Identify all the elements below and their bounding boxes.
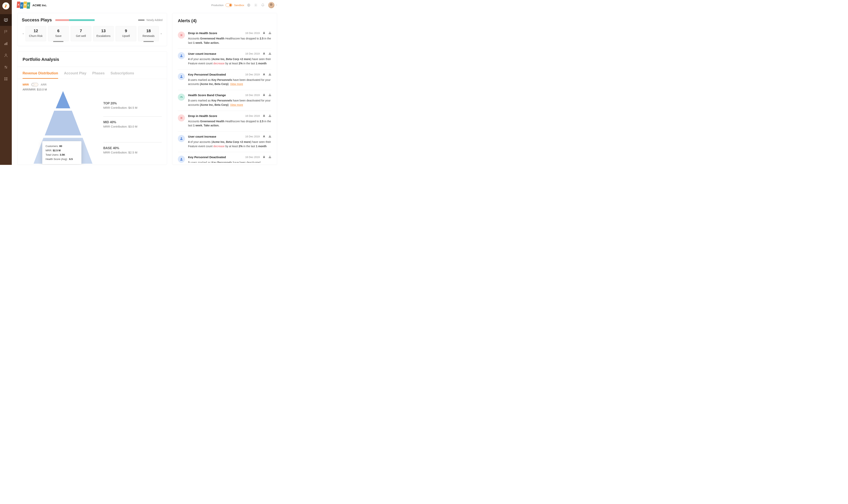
nav-user[interactable]	[0, 50, 12, 61]
tier-name: MID 40%	[103, 121, 162, 124]
alert-date: 16 Dec 2019	[245, 114, 260, 118]
alert-title: Drop in Health Score	[188, 31, 217, 35]
font-icon[interactable]	[263, 73, 266, 76]
alert-title: User count increase	[188, 52, 216, 55]
avatar	[268, 2, 274, 8]
success-play-tile[interactable]: 18Renewals	[138, 26, 159, 41]
tier-row: BASE 40%MRR Contribution: $2.5 M	[103, 143, 162, 165]
font-icon[interactable]	[263, 52, 266, 56]
portfolio-tab[interactable]: Revenue Distribution	[22, 71, 58, 79]
tile-label: Save	[55, 34, 61, 37]
portfolio-tab[interactable]: Subscriptions	[110, 71, 134, 79]
success-play-tile[interactable]: 7Get well	[71, 26, 91, 41]
mode-toggle[interactable]	[31, 83, 38, 86]
mode-arr-label[interactable]: ARR	[41, 83, 47, 86]
alert-list: Drop in Health Score 16 Dec 2019 Account…	[178, 28, 271, 163]
env-production-label[interactable]: Production	[212, 4, 223, 7]
nav-dashboard[interactable]	[0, 14, 12, 26]
success-play-tile[interactable]: 12Churn Risk	[25, 26, 46, 41]
alert-title: Drop in Health Score	[188, 114, 217, 118]
success-play-tile[interactable]: 13Escalations	[93, 26, 114, 41]
alert-type-icon	[178, 156, 185, 163]
svg-rect-22	[269, 54, 271, 55]
portfolio-card: Portfolio Analysis Revenue DistributionA…	[17, 51, 167, 165]
alert-item[interactable]: Key Personnel Deactivated 16 Dec 2019 3 …	[178, 152, 271, 163]
carousel-prev[interactable]	[22, 33, 24, 35]
font-icon[interactable]	[263, 155, 266, 159]
download-icon[interactable]	[268, 155, 271, 159]
download-icon[interactable]	[268, 93, 271, 97]
environment-switch: Production Sandbox	[212, 3, 247, 7]
alert-item[interactable]: Health Score Band Change 16 Dec 2019 3 u…	[178, 90, 271, 111]
alert-description: Accounts Greenwood Health Healthscore ha…	[188, 36, 271, 45]
chevron-down-icon	[276, 4, 277, 6]
success-plays-card: Success Plays Newly Added 12Churn Risk6S…	[17, 13, 167, 46]
carousel-next[interactable]	[160, 33, 163, 35]
download-icon[interactable]	[268, 31, 271, 35]
bell-icon[interactable]	[261, 3, 265, 7]
alert-type-icon	[178, 135, 185, 142]
alert-description: 3 users marked as Key Personnels have be…	[188, 161, 271, 163]
tile-label: Renewals	[143, 34, 155, 37]
alert-type-icon	[178, 114, 185, 122]
tier-sub: MRR Contribution: $3.0 M	[103, 125, 162, 128]
gear-icon[interactable]	[254, 3, 257, 7]
alert-item[interactable]: Drop in Health Score 16 Dec 2019 Account…	[178, 111, 271, 131]
newly-added-indicator	[144, 41, 154, 42]
sliders-icon	[4, 65, 8, 69]
company-logo[interactable]: A C M E ACME Inc.	[17, 2, 47, 8]
globe-icon[interactable]	[247, 3, 251, 7]
legend-swatch	[138, 19, 144, 21]
legend-label: Newly Added	[146, 18, 163, 22]
alert-item[interactable]: Key Personnel Deactivated 16 Dec 2019 3 …	[178, 70, 271, 90]
chevron-right-icon	[160, 33, 162, 35]
tile-count: 9	[125, 29, 127, 33]
alert-type-icon	[178, 94, 185, 101]
nav-chart[interactable]	[0, 38, 12, 50]
font-icon[interactable]	[263, 114, 266, 118]
nav-grid[interactable]	[0, 73, 12, 85]
tier-name: BASE 40%	[103, 146, 162, 150]
user-menu[interactable]	[268, 2, 277, 8]
download-icon[interactable]	[268, 134, 271, 138]
alert-description: 4 of your accounts (Acme Inc, Beta Corp …	[188, 140, 271, 148]
alert-item[interactable]: User count increase 16 Dec 2019 4 of you…	[178, 131, 271, 152]
nav-flag[interactable]	[0, 26, 12, 38]
tile-count: 18	[146, 29, 151, 33]
success-play-tile[interactable]: 9Upsell	[115, 26, 136, 41]
view-more-link[interactable]: View more	[230, 103, 243, 106]
view-more-link[interactable]: View more	[230, 83, 243, 86]
svg-rect-4	[7, 42, 7, 45]
portfolio-tab[interactable]: Account Play	[64, 71, 86, 79]
alert-description: 3 users marked as Key Personnels have be…	[188, 98, 271, 107]
product-logo[interactable]	[2, 2, 10, 10]
grid-icon	[4, 77, 8, 81]
font-icon[interactable]	[263, 93, 266, 97]
user-icon	[4, 53, 8, 57]
tier-name: TOP 20%	[103, 102, 162, 105]
nav-sliders[interactable]	[0, 61, 12, 73]
tile-count: 13	[101, 29, 106, 33]
download-icon[interactable]	[268, 114, 271, 118]
svg-rect-10	[4, 77, 6, 79]
font-icon[interactable]	[263, 31, 266, 35]
alert-item[interactable]: Drop in Health Score 16 Dec 2019 Account…	[178, 28, 271, 49]
dashboard-icon	[4, 18, 8, 22]
svg-rect-2	[4, 43, 5, 45]
success-play-tile[interactable]: 6Save	[48, 26, 69, 41]
env-sandbox-label[interactable]: Sandbox	[234, 4, 244, 7]
success-plays-progress	[55, 19, 95, 21]
alert-date: 16 Dec 2019	[245, 73, 260, 76]
env-toggle[interactable]	[225, 3, 232, 7]
download-icon[interactable]	[268, 52, 271, 56]
mode-mrr-label[interactable]: MRR	[22, 83, 29, 86]
svg-point-5	[5, 54, 6, 55]
alert-item[interactable]: User count increase 16 Dec 2019 4 of you…	[178, 49, 271, 69]
portfolio-tab[interactable]: Phases	[92, 71, 105, 79]
alerts-card: Alerts (4) Drop in Health Score 16 Dec 2…	[172, 13, 277, 165]
download-icon[interactable]	[268, 73, 271, 76]
svg-rect-32	[269, 158, 271, 158]
svg-rect-30	[269, 137, 271, 138]
svg-rect-3	[5, 43, 6, 45]
font-icon[interactable]	[263, 134, 266, 138]
